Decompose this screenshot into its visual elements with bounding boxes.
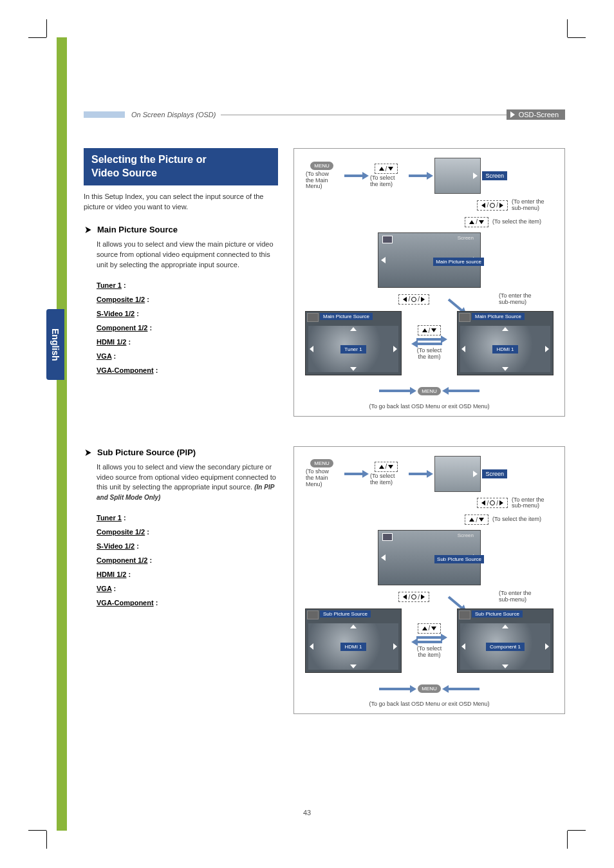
crop-mark bbox=[568, 37, 586, 38]
source-item: VGA-Component : bbox=[97, 363, 278, 377]
arrow-right-icon bbox=[409, 473, 428, 475]
crop-mark bbox=[567, 831, 568, 849]
triangle-left-icon bbox=[310, 346, 313, 352]
subsection-body: It allows you to select and view the mai… bbox=[97, 240, 278, 270]
source-item: VGA : bbox=[97, 349, 278, 363]
double-arrow-icon bbox=[416, 338, 442, 345]
diagram-footer-caption: (To go back last OSD Menu or exit OSD Me… bbox=[369, 701, 489, 707]
header-breadcrumb: OSD-Screen bbox=[507, 109, 565, 120]
triangle-left-icon bbox=[310, 643, 313, 650]
play-icon bbox=[473, 471, 478, 477]
source-list: Tuner 1 : Composite 1/2 : S-Video 1/2 : … bbox=[97, 278, 278, 377]
side-green-bar bbox=[57, 37, 67, 831]
panel-value: HDMI 1 bbox=[340, 643, 366, 651]
diagram-frame: MENU (To show the Main Menu) / (To selec… bbox=[293, 446, 565, 715]
panel-header: Sub Picture Source bbox=[472, 610, 523, 618]
triangle-left-icon bbox=[381, 257, 386, 263]
section-sub-picture: ➤ Sub Picture Source (PIP) It allows you… bbox=[84, 446, 565, 715]
page-header: On Screen Displays (OSD) OSD-Screen bbox=[84, 109, 565, 120]
panel-value: Component 1 bbox=[486, 643, 525, 651]
diagram-row: // (To enter the sub-menu) bbox=[302, 497, 557, 510]
double-arrow-icon bbox=[416, 636, 442, 643]
crop-mark bbox=[567, 19, 568, 37]
section-title-box: Selecting the Picture or Video Source bbox=[84, 148, 278, 185]
diagram-row: / (To select the item) bbox=[302, 217, 557, 227]
diagram-row: // (To enter the sub-menu) bbox=[302, 199, 557, 212]
up-down-key-icon: / bbox=[375, 462, 398, 472]
section-title-line1: Selecting the Picture or bbox=[91, 153, 270, 167]
crop-mark bbox=[46, 831, 47, 849]
diagram-sub-picture: MENU (To show the Main Menu) / (To selec… bbox=[293, 446, 565, 715]
caption: (To show the Main Menu) bbox=[306, 171, 338, 191]
osd-submenu-thumbnail: Screen Main Picture source bbox=[378, 232, 481, 288]
left-column: Selecting the Picture or Video Source In… bbox=[84, 148, 278, 417]
up-down-key-icon: / bbox=[418, 623, 442, 634]
header-accent bbox=[84, 111, 125, 118]
triangle-up-icon bbox=[502, 327, 508, 331]
subsection-heading: ➤ Main Picture Source bbox=[84, 223, 278, 236]
tv-icon bbox=[382, 533, 393, 541]
caption: (To enter the sub-menu) bbox=[499, 293, 537, 306]
arrow-left-icon bbox=[447, 688, 479, 690]
arrow-down-right-icon bbox=[448, 298, 463, 312]
source-item: Composite 1/2 : bbox=[97, 525, 278, 539]
diagram-row: / (To select the item) bbox=[302, 514, 557, 525]
left-ok-right-key-icon: // bbox=[477, 200, 508, 211]
language-tab: English bbox=[46, 309, 64, 380]
caption: (To select the item) bbox=[492, 516, 550, 523]
triangle-up-icon bbox=[502, 625, 508, 628]
diagram-footer-row: MENU bbox=[302, 387, 557, 395]
osd-top-label: Screen bbox=[458, 235, 474, 241]
source-item: Tuner 1 : bbox=[97, 511, 278, 525]
screen-label: Screen bbox=[482, 171, 507, 180]
header-right-label: OSD-Screen bbox=[519, 111, 559, 118]
arrow-left-icon bbox=[447, 390, 479, 392]
source-item: HDMI 1/2 : bbox=[97, 567, 278, 581]
diagram-row: // (To enter the sub-menu) bbox=[302, 590, 557, 603]
callout-label: Sub Picture Source bbox=[434, 555, 484, 563]
triangle-left-icon bbox=[461, 643, 465, 650]
caption: (To select the item) bbox=[413, 348, 445, 361]
panel-header: Sub Picture Source bbox=[320, 610, 371, 618]
diagram-footer-caption: (To go back last OSD Menu or exit OSD Me… bbox=[369, 403, 489, 410]
osd-top-label: Screen bbox=[458, 533, 474, 538]
osd-screen-thumbnail: Screen bbox=[434, 158, 481, 194]
diagram-center-controls: / (To select the item) bbox=[413, 623, 445, 659]
osd-source-panel-right: Main Picture Source HDMI 1 bbox=[457, 311, 554, 375]
crop-mark bbox=[568, 830, 586, 831]
header-title: On Screen Displays (OSD) bbox=[131, 111, 216, 118]
caption: (To enter the sub-menu) bbox=[499, 590, 537, 603]
section-main-picture: Selecting the Picture or Video Source In… bbox=[84, 148, 565, 417]
screen-label: Screen bbox=[482, 469, 507, 478]
source-item: VGA-Component : bbox=[97, 596, 278, 610]
tv-icon bbox=[382, 236, 393, 243]
triangle-right-icon bbox=[545, 346, 549, 352]
osd-source-panel-left: Sub Picture Source HDMI 1 bbox=[305, 609, 402, 673]
left-ok-right-key-icon: // bbox=[477, 498, 508, 508]
caption: (To select the item) bbox=[492, 219, 550, 225]
chevron-right-icon bbox=[510, 111, 515, 118]
triangle-right-icon bbox=[393, 643, 397, 650]
caption: (To select the item) bbox=[413, 646, 445, 659]
triangle-right-icon bbox=[545, 643, 549, 650]
up-down-key-icon: / bbox=[465, 514, 488, 525]
subsection-title: Sub Picture Source (PIP) bbox=[97, 448, 196, 457]
source-item: Tuner 1 : bbox=[97, 278, 278, 292]
triangle-down-icon bbox=[350, 665, 357, 668]
subsection-heading: ➤ Sub Picture Source (PIP) bbox=[84, 446, 278, 458]
crop-mark bbox=[46, 19, 47, 37]
osd-screen-thumbnail: Screen bbox=[434, 456, 481, 492]
triangle-up-icon bbox=[350, 625, 357, 628]
chevron-right-icon: ➤ bbox=[84, 446, 91, 458]
section-title-line2: Video Source bbox=[91, 167, 270, 180]
caption: (To select the item) bbox=[370, 473, 402, 486]
left-ok-right-key-icon: // bbox=[398, 592, 429, 602]
source-item: Component 1/2 : bbox=[97, 321, 278, 335]
triangle-down-icon bbox=[350, 367, 357, 371]
content-area: On Screen Displays (OSD) OSD-Screen Sele… bbox=[84, 109, 565, 714]
diagram-row: Main Picture Source Tuner 1 bbox=[302, 311, 557, 375]
diagram-row: Sub Picture Source HDMI 1 / bbox=[302, 609, 557, 673]
subsection-title: Main Picture Source bbox=[97, 225, 178, 234]
arrow-right-icon bbox=[344, 175, 364, 177]
triangle-up-icon bbox=[350, 327, 357, 331]
